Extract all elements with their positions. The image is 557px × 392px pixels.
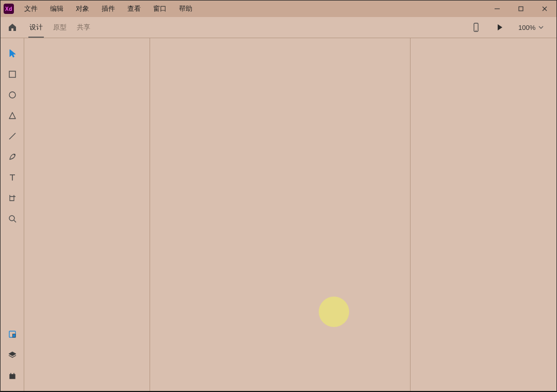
app-logo[interactable]: Xd [4, 4, 14, 14]
line-icon [8, 132, 17, 141]
menu-view[interactable]: 查看 [121, 1, 147, 17]
window-controls [485, 1, 556, 17]
plugins-panel-button[interactable] [1, 365, 24, 386]
text-tool[interactable] [1, 167, 24, 188]
layers-icon [8, 350, 17, 360]
menu-edit[interactable]: 编辑 [44, 1, 70, 17]
artboard-tool[interactable] [1, 188, 24, 208]
zoom-dropdown[interactable]: 100% [515, 23, 552, 32]
zoom-tool[interactable] [1, 208, 24, 229]
header-bar: 设计 原型 共享 100% [1, 17, 556, 38]
rectangle-icon [8, 70, 17, 79]
libraries-panel-button[interactable] [1, 324, 24, 345]
main-body [1, 38, 556, 391]
artboard-icon [8, 193, 17, 203]
home-icon [8, 23, 17, 32]
menu-help[interactable]: 帮助 [173, 1, 199, 17]
play-icon [496, 23, 504, 31]
polygon-tool[interactable] [1, 105, 24, 126]
svg-line-8 [9, 133, 15, 139]
tab-label: 设计 [29, 23, 43, 32]
layers-panel-button[interactable] [1, 345, 24, 365]
square-icon [517, 5, 525, 12]
toolbar-bottom-group [1, 324, 24, 386]
pen-icon [8, 152, 17, 161]
window-maximize-button[interactable] [509, 1, 533, 17]
ellipse-tool[interactable] [1, 85, 24, 105]
cursor-highlight-indicator [319, 297, 349, 327]
select-tool[interactable] [1, 43, 24, 64]
menubar: Xd 文件 编辑 对象 插件 查看 窗口 帮助 [1, 1, 556, 17]
phone-icon [472, 23, 480, 32]
minus-icon [494, 5, 501, 12]
svg-line-11 [14, 220, 16, 222]
libraries-icon [8, 330, 17, 339]
tab-label: 原型 [53, 23, 67, 32]
artboard[interactable] [150, 38, 411, 391]
menu-window[interactable]: 窗口 [147, 1, 173, 17]
tab-design[interactable]: 设计 [24, 17, 48, 38]
cursor-icon [8, 49, 17, 58]
svg-point-10 [9, 216, 14, 221]
pen-tool[interactable] [1, 146, 24, 167]
left-toolbar [1, 38, 24, 391]
line-tool[interactable] [1, 126, 24, 146]
app-logo-text: Xd [5, 6, 12, 12]
magnifier-icon [8, 214, 17, 223]
rectangle-tool[interactable] [1, 64, 24, 85]
triangle-icon [8, 111, 17, 120]
window-minimize-button[interactable] [485, 1, 509, 17]
play-preview-button[interactable] [492, 19, 508, 36]
svg-point-7 [9, 92, 15, 98]
tab-share[interactable]: 共享 [72, 17, 95, 38]
home-button[interactable] [1, 17, 24, 38]
tab-label: 共享 [77, 23, 90, 32]
text-icon [8, 173, 17, 182]
canvas-workspace[interactable] [24, 38, 556, 391]
close-icon [541, 5, 548, 12]
svg-rect-6 [9, 71, 15, 77]
plugin-icon [8, 371, 17, 380]
tab-prototype[interactable]: 原型 [48, 17, 72, 38]
device-preview-button[interactable] [468, 19, 484, 36]
svg-point-5 [476, 30, 477, 31]
menu-object[interactable]: 对象 [70, 1, 95, 17]
zoom-value: 100% [518, 24, 535, 31]
chevron-down-icon [538, 25, 544, 30]
circle-icon [8, 90, 17, 100]
menu-plugins[interactable]: 插件 [95, 1, 121, 17]
svg-point-9 [14, 154, 15, 155]
header-right-controls: 100% [468, 17, 552, 38]
svg-rect-1 [519, 7, 523, 11]
svg-rect-13 [12, 334, 15, 338]
menu-file[interactable]: 文件 [18, 1, 44, 17]
window-close-button[interactable] [533, 1, 556, 17]
